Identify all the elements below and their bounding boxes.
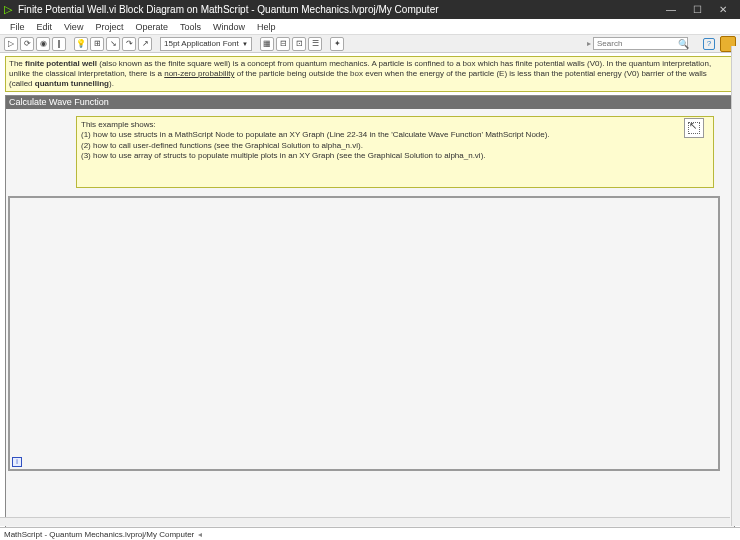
- step-over-button[interactable]: ↷: [122, 37, 136, 51]
- search-icon: 🔍: [678, 39, 689, 49]
- help-button[interactable]: ?: [703, 38, 715, 50]
- menu-operate[interactable]: Operate: [129, 22, 174, 32]
- search-input[interactable]: [593, 37, 688, 50]
- block-diagram-canvas[interactable]: Calculate Wave Function This example sho…: [5, 95, 735, 536]
- menu-tools[interactable]: Tools: [174, 22, 207, 32]
- run-icon: ▷: [4, 3, 12, 16]
- abort-button[interactable]: ◉: [36, 37, 50, 51]
- pause-button[interactable]: ‖: [52, 37, 66, 51]
- menu-edit[interactable]: Edit: [31, 22, 59, 32]
- highlight-button[interactable]: 💡: [74, 37, 88, 51]
- menu-project[interactable]: Project: [89, 22, 129, 32]
- maximize-button[interactable]: ☐: [684, 4, 710, 15]
- cleanup-button[interactable]: ✦: [330, 37, 344, 51]
- window-scrollbar-v[interactable]: [731, 46, 740, 526]
- resize-button[interactable]: ⊡: [292, 37, 306, 51]
- align-button[interactable]: ▦: [260, 37, 274, 51]
- while-loop: i: [8, 196, 720, 471]
- window-titlebar: ▷ Finite Potential Well.vi Block Diagram…: [0, 0, 740, 19]
- description-box: The finite potential well (also known as…: [5, 56, 735, 92]
- section-header: Calculate Wave Function: [5, 96, 735, 109]
- window-title: Finite Potential Well.vi Block Diagram o…: [18, 4, 658, 15]
- reorder-button[interactable]: ☰: [308, 37, 322, 51]
- menu-window[interactable]: Window: [207, 22, 251, 32]
- toolbar: ▷ ⟳ ◉ ‖ 💡 ⊞ ↘ ↷ ↗ 15pt Application Font …: [0, 35, 740, 53]
- breadcrumb-arrow-icon: ◂: [198, 530, 202, 539]
- status-bar: MathScript - Quantum Mechanics.lvproj/My…: [0, 527, 740, 540]
- project-path[interactable]: MathScript - Quantum Mechanics.lvproj/My…: [4, 530, 194, 539]
- window-scrollbar-h[interactable]: [0, 517, 730, 526]
- loop-iteration-terminal[interactable]: i: [12, 457, 22, 467]
- example-tip: This example shows: (1) how to use struc…: [76, 116, 714, 188]
- menu-view[interactable]: View: [58, 22, 89, 32]
- run-cont-button[interactable]: ⟳: [20, 37, 34, 51]
- font-select[interactable]: 15pt Application Font ▼: [160, 37, 252, 51]
- close-button[interactable]: ✕: [710, 4, 736, 15]
- font-label: 15pt Application Font: [164, 39, 239, 48]
- minimize-button[interactable]: —: [658, 4, 684, 15]
- step-out-button[interactable]: ↗: [138, 37, 152, 51]
- distribute-button[interactable]: ⊟: [276, 37, 290, 51]
- menu-file[interactable]: File: [4, 22, 31, 32]
- menu-help[interactable]: Help: [251, 22, 282, 32]
- step-into-button[interactable]: ↘: [106, 37, 120, 51]
- menu-bar: File Edit View Project Operate Tools Win…: [0, 19, 740, 35]
- context-help-icon[interactable]: [684, 118, 704, 138]
- retain-button[interactable]: ⊞: [90, 37, 104, 51]
- run-button[interactable]: ▷: [4, 37, 18, 51]
